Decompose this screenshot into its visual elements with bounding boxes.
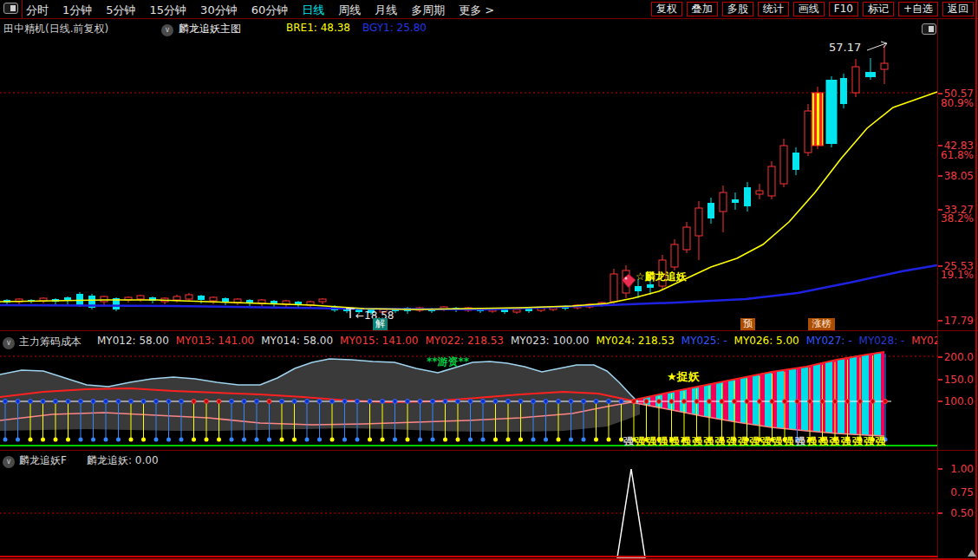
zhuiyao-signal-label: ☆麟龙追妖 (636, 270, 687, 284)
strong-signal-char: 强 (635, 436, 645, 446)
axis-label: 38.05 (939, 170, 974, 182)
strong-signal-char: 强 (646, 436, 656, 446)
indicator-value: MY023: 100.00 (511, 335, 589, 347)
axis-label: 80.9% (939, 97, 974, 109)
chevron-down-icon[interactable]: ∨ (3, 453, 15, 469)
axis-tick (938, 320, 942, 322)
strong-signal-char: 强 (852, 436, 863, 446)
jie-badge[interactable]: 解 (373, 318, 388, 330)
axis-tick (938, 265, 942, 267)
strong-signal-char: 强 (669, 436, 680, 446)
strong-signal-char: 强 (727, 436, 737, 446)
axis-tick (938, 209, 942, 211)
axis-tick (938, 400, 942, 402)
indicator-value: MY027: - (806, 335, 852, 347)
forecast-badge[interactable]: 预 (740, 318, 755, 330)
axis-label: 100.0 (939, 395, 974, 407)
main-chart-canvas[interactable] (0, 0, 938, 331)
axis-tick (938, 468, 942, 470)
strong-signal-char: 强 (703, 436, 714, 446)
strong-signal-char: 强 (738, 436, 748, 446)
strong-signal-char: 强 (773, 436, 783, 446)
axis-label: 38.2% (939, 212, 974, 225)
indicator-value: MY028: - (859, 335, 905, 347)
axis-label: 19.1% (939, 269, 974, 281)
axis-label: 1.00 (939, 463, 974, 475)
indicator-value: MY015: 141.00 (340, 335, 418, 347)
back-button[interactable]: 返回 (942, 2, 974, 16)
axis-border (937, 19, 938, 559)
panel-divider-1 (0, 330, 978, 331)
strong-signal-char: 强 (623, 436, 634, 446)
strong-signal-char: 强 (806, 436, 817, 446)
strong-signal-char: 强 (749, 436, 760, 446)
zhuoyao-label: ★捉妖 (667, 369, 700, 385)
axis-tick (938, 93, 942, 94)
indicator-value: MY025: - (681, 335, 727, 347)
axis-label: 17.79 (939, 315, 974, 327)
strong-signal-char: 强 (841, 436, 851, 446)
strong-signal-char: 强 (830, 436, 840, 446)
axis-tick (938, 145, 942, 147)
gainers-badge[interactable]: 涨榜 (808, 318, 835, 330)
signal-chart-canvas[interactable] (0, 468, 938, 560)
indicator-value: MY013: 141.00 (176, 335, 254, 347)
strong-signal-char: 强 (795, 436, 805, 446)
strong-signal-char: 强 (818, 436, 828, 446)
axis-tick (938, 512, 942, 514)
panel-divider-2 (0, 450, 978, 451)
strong-signal-char: 强 (658, 436, 668, 446)
strong-signal-char: 强 (681, 436, 691, 446)
strong-signal-char: 强 (875, 436, 885, 446)
axis-label: 0.50 (939, 507, 974, 519)
indicator-value: MY026: 5.00 (734, 335, 799, 347)
axis-tick (938, 175, 942, 177)
strong-signal-char: 强 (760, 436, 771, 446)
strong-signal-char: 强 (784, 436, 794, 446)
indicator-value: MY012: 58.00 (97, 335, 169, 347)
hot-money-label: **游资** (427, 355, 469, 369)
axis-tick (938, 356, 942, 358)
indicator-value: MY022: 218.53 (426, 335, 504, 347)
axis-label: 0.75 (939, 486, 974, 498)
strong-signal-char: 强 (715, 436, 726, 446)
indicator-value: MY024: 218.53 (596, 335, 674, 347)
strong-signal-char: 强 (692, 436, 702, 446)
axis-tick (938, 379, 942, 381)
window-right-border (975, 0, 977, 560)
axis-label: 61.8% (939, 149, 974, 161)
peak-price-label: 57.17 (829, 41, 861, 54)
panel3-title[interactable]: 麟龙追妖F (19, 453, 67, 468)
panel3-value: 麟龙追妖: 0.00 (87, 453, 159, 468)
axis-label: 200.0 (939, 351, 974, 363)
indicator-value: MY029: 100.00 (911, 335, 937, 347)
scroll-up-arrow[interactable] (968, 550, 976, 557)
axis-label: 150.0 (939, 374, 974, 386)
indicator-value: MY014: 58.00 (261, 335, 333, 347)
panel2-indicator-values: MY012: 58.00MY013: 141.00MY014: 58.00MY0… (97, 335, 937, 347)
app-window: 分时1分钟5分钟15分钟30分钟60分钟日线周线月线多周期更多 > 复权叠加多股… (0, 0, 978, 560)
strong-signal-char: 强 (864, 436, 874, 446)
